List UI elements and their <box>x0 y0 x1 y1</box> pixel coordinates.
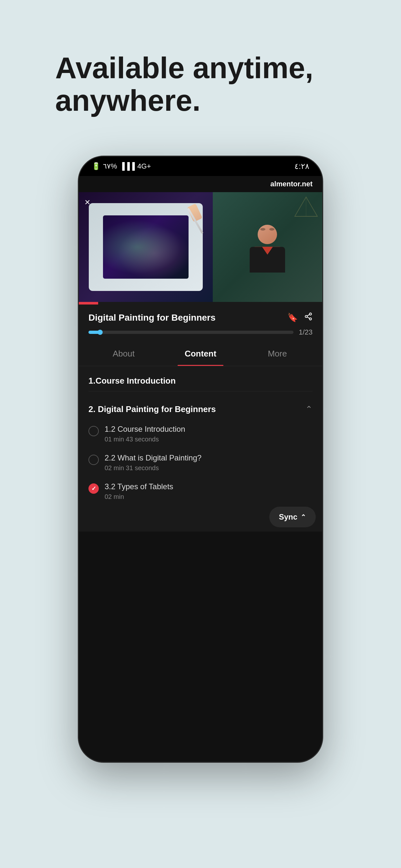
svg-point-3 <box>309 313 312 315</box>
hero-title: Available anytime, anywhere. <box>55 52 346 117</box>
sync-button-label: Sync <box>279 513 297 522</box>
lesson-1-duration: 01 min 43 seconds <box>104 436 185 443</box>
video-progress-bar[interactable] <box>79 302 322 305</box>
lesson-progress-fill <box>89 331 101 334</box>
sync-chevron-icon: ⌃ <box>301 513 306 521</box>
section-2-title: 2. Digital Painting for Beginners <box>89 404 216 414</box>
signal-bars: ▐▐▐ <box>120 162 135 170</box>
top-bar: almentor.net <box>79 176 322 192</box>
brand-name: almentor.net <box>270 180 312 188</box>
section-2-header[interactable]: 2. Digital Painting for Beginners ⌃ <box>89 395 312 420</box>
video-area: × <box>79 192 322 302</box>
lesson-1-status-circle <box>89 426 99 436</box>
lesson-2-status-circle <box>89 455 99 465</box>
lesson-2-name: 2.2 What is Digital Painting? <box>104 454 202 462</box>
svg-point-5 <box>309 318 312 320</box>
battery-icon: 🔋 <box>92 162 100 170</box>
course-info-section: Digital Painting for Beginners 🔖 1/23 <box>79 305 322 342</box>
phone-frame: 🔋 ٦٧% ▐▐▐ 4G+ ٤:٢٨ almentor.net × <box>78 156 323 763</box>
lesson-item-3[interactable]: 3.2 Types of Tablets 02 min <box>89 477 312 506</box>
instructor-head <box>258 225 277 244</box>
tab-more[interactable]: More <box>239 342 316 366</box>
tab-content[interactable]: Content <box>162 342 239 366</box>
sync-button[interactable]: Sync ⌃ <box>269 507 316 527</box>
tab-more-label: More <box>268 349 287 359</box>
instructor-figure <box>253 225 282 269</box>
course-actions: 🔖 <box>287 312 312 323</box>
tabs-navigation: About Content More <box>79 342 322 366</box>
lesson-3-status-circle <box>89 484 99 494</box>
tab-about[interactable]: About <box>85 342 162 366</box>
battery-percent: ٦٧% <box>103 162 117 170</box>
svg-line-7 <box>307 314 309 316</box>
bottom-padding <box>79 531 322 545</box>
lesson-1-info: 1.2 Course Introduction 01 min 43 second… <box>104 425 185 443</box>
svg-line-6 <box>307 317 309 318</box>
section-1-title: 1.Course Introduction <box>89 376 176 386</box>
status-time: ٤:٢٨ <box>295 162 309 171</box>
section-2-chevron-icon: ⌃ <box>305 404 312 414</box>
lesson-2-info: 2.2 What is Digital Painting? 02 min 31 … <box>104 454 202 472</box>
course-title-row: Digital Painting for Beginners 🔖 <box>89 312 312 323</box>
tab-content-label: Content <box>185 349 216 359</box>
tablet-drawing <box>89 203 203 291</box>
lesson-progress-background[interactable] <box>89 331 294 334</box>
instructor-body <box>253 247 282 269</box>
lesson-3-info: 3.2 Types of Tablets 02 min <box>104 482 174 500</box>
video-left-panel <box>79 192 213 302</box>
course-title: Digital Painting for Beginners <box>89 313 216 323</box>
lesson-2-duration: 02 min 31 seconds <box>104 464 202 472</box>
tablet-screen <box>103 215 188 279</box>
bookmark-button[interactable]: 🔖 <box>287 313 298 322</box>
lesson-item-1[interactable]: 1.2 Course Introduction 01 min 43 second… <box>89 420 312 448</box>
lesson-3-duration: 02 min <box>104 493 174 500</box>
lesson-3-name: 3.2 Types of Tablets <box>104 482 174 491</box>
tab-about-label: About <box>113 349 135 359</box>
close-button[interactable]: × <box>85 197 90 208</box>
section-divider-1 <box>89 391 312 392</box>
network-type: 4G+ <box>137 162 151 170</box>
video-progress-fill <box>79 302 98 305</box>
lesson-item-2[interactable]: 2.2 What is Digital Painting? 02 min 31 … <box>89 448 312 477</box>
status-bar: 🔋 ٦٧% ▐▐▐ 4G+ ٤:٢٨ <box>79 157 322 176</box>
lesson-progress-row: 1/23 <box>89 328 312 337</box>
section-1-header[interactable]: 1.Course Introduction <box>89 366 312 391</box>
video-right-panel <box>213 192 322 302</box>
content-area: 1.Course Introduction 2. Digital Paintin… <box>79 366 322 506</box>
sync-button-container: Sync ⌃ <box>79 506 322 531</box>
lesson-counter: 1/23 <box>299 328 312 337</box>
lesson-1-name: 1.2 Course Introduction <box>104 425 185 434</box>
instructor-jacket <box>250 247 285 273</box>
background-geometry <box>293 195 319 221</box>
svg-point-4 <box>305 315 307 318</box>
status-left: 🔋 ٦٧% ▐▐▐ 4G+ <box>92 162 151 170</box>
share-button[interactable] <box>304 312 312 323</box>
